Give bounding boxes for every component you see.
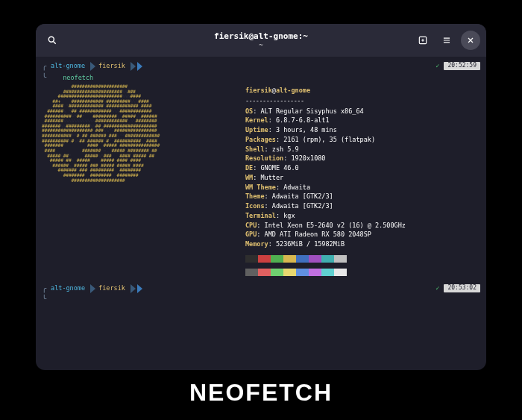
info-key: GPU — [245, 231, 257, 238]
color-palette-row2 — [245, 269, 480, 276]
prompt-bracket: ╰ — [42, 73, 46, 81]
chevron-icon — [137, 284, 142, 293]
info-key: Theme — [245, 192, 265, 200]
prompt-host: alt-gnome — [48, 62, 89, 70]
command-text: neofetch — [63, 74, 93, 81]
color-block — [321, 255, 334, 263]
info-user: fiersik — [245, 87, 272, 94]
search-icon — [47, 35, 57, 46]
info-val: : Mutter — [253, 174, 283, 181]
color-block — [334, 269, 347, 276]
prompt-bracket: ╰ — [42, 295, 46, 303]
check-icon: ✓ — [435, 284, 439, 292]
info-key: CPU — [245, 222, 257, 229]
close-icon — [466, 36, 475, 45]
info-key: Kernel — [245, 116, 268, 124]
caption: NEOFETCH — [189, 379, 333, 407]
prompt-user: fiersik — [96, 62, 130, 70]
info-line: DE: GNOME 46.0 — [245, 163, 480, 173]
info-line: WM: Mutter — [245, 173, 480, 183]
prompt-line-2: ╭ alt-gnome fiersik ✓ 20:53:02 — [42, 283, 480, 294]
plus-icon — [418, 35, 428, 46]
title-main: fiersik@alt-gnome:~ — [214, 31, 308, 41]
info-key: Terminal — [245, 212, 276, 219]
chevron-icon — [137, 62, 142, 71]
timestamp: 20:52:59 — [444, 62, 480, 70]
menu-button[interactable] — [437, 31, 456, 50]
system-info: fiersik@alt-gnome ----------------- OS: … — [245, 84, 480, 276]
info-val: : zsh 5.9 — [265, 145, 299, 153]
info-val: : 2161 (rpm), 35 (flatpak) — [276, 136, 375, 143]
chevron-icon — [130, 62, 136, 71]
info-key: OS — [245, 107, 253, 115]
title-sub: ~ — [214, 41, 308, 49]
chevron-icon — [130, 284, 136, 293]
info-line: Uptime: 3 hours, 48 mins — [245, 125, 480, 135]
info-line: GPU: AMD ATI Radeon RX 580 2048SP — [245, 230, 480, 239]
info-key: Shell — [245, 145, 265, 153]
prompt-host: alt-gnome — [48, 284, 89, 292]
color-block — [309, 269, 321, 276]
chevron-icon — [90, 284, 95, 293]
command-line: ╰ neofetch — [42, 72, 480, 83]
info-line: Resolution: 1920x1080 — [245, 154, 480, 163]
color-block — [245, 269, 258, 276]
info-line: Memory: 5236MiB / 15982MiB — [245, 239, 480, 249]
info-val: : 6.8.7-6.8-alt1 — [268, 116, 330, 124]
color-block — [271, 269, 283, 276]
color-block — [271, 255, 283, 263]
timestamp: 20:53:02 — [444, 284, 480, 292]
color-block — [296, 269, 309, 276]
info-val: : Adwaita — [276, 184, 310, 191]
ascii-logo: ##################### ##################… — [42, 84, 239, 276]
color-block — [283, 255, 296, 263]
info-val: : ALT Regular Sisyphus x86_64 — [253, 107, 363, 115]
info-header: fiersik@alt-gnome — [245, 86, 480, 95]
info-val: : 1920x1080 — [283, 154, 325, 162]
info-key: Uptime — [245, 126, 268, 134]
prompt-bracket: ╭ — [42, 283, 46, 294]
command-line: ╰ — [42, 294, 480, 304]
search-button[interactable] — [42, 30, 63, 51]
color-block — [283, 269, 296, 276]
chevron-icon — [90, 62, 95, 71]
titlebar: fiersik@alt-gnome:~ ~ — [36, 24, 486, 57]
info-line: Theme: Adwaita [GTK2/3] — [245, 192, 480, 201]
info-key: Resolution — [245, 154, 283, 162]
info-line: CPU: Intel Xeon E5-2640 v2 (16) @ 2.500G… — [245, 221, 480, 231]
info-line: Kernel: 6.8.7-6.8-alt1 — [245, 116, 480, 125]
color-block — [321, 269, 334, 276]
neofetch-output: ##################### ##################… — [42, 84, 480, 276]
info-line: WM Theme: Adwaita — [245, 183, 480, 192]
info-line: Shell: zsh 5.9 — [245, 145, 480, 154]
color-block — [334, 255, 347, 263]
info-val: : GNOME 46.0 — [253, 164, 298, 172]
color-block — [296, 255, 309, 263]
check-icon: ✓ — [435, 62, 439, 70]
color-palette-row1 — [245, 255, 480, 263]
svg-line-1 — [53, 41, 55, 43]
info-val: : AMD ATI Radeon RX 580 2048SP — [257, 231, 371, 238]
info-key: Memory — [245, 240, 268, 248]
info-separator: ----------------- — [245, 96, 480, 106]
color-block — [245, 255, 258, 263]
terminal-body[interactable]: ╭ alt-gnome fiersik ✓ 20:52:59 ╰ neofetc… — [36, 57, 486, 370]
color-block — [258, 269, 271, 276]
info-val: : Adwaita [GTK2/3] — [265, 202, 333, 210]
new-tab-button[interactable] — [413, 31, 433, 50]
info-val: : 5236MiB / 15982MiB — [268, 240, 345, 248]
info-key: WM Theme — [245, 184, 276, 191]
terminal-window: fiersik@alt-gnome:~ ~ ╭ alt-gnome fiersi… — [36, 24, 486, 370]
close-button[interactable] — [461, 31, 480, 50]
info-val: : Intel Xeon E5-2640 v2 (16) @ 2.500GHz — [257, 222, 406, 229]
info-line: Icons: Adwaita [GTK2/3] — [245, 201, 480, 211]
window-title: fiersik@alt-gnome:~ ~ — [214, 31, 308, 49]
hamburger-icon — [441, 35, 452, 46]
info-key: WM — [245, 174, 253, 181]
prompt-user: fiersik — [96, 284, 130, 292]
info-line: OS: ALT Regular Sisyphus x86_64 — [245, 107, 480, 116]
info-val: : 3 hours, 48 mins — [268, 126, 337, 134]
info-line: Packages: 2161 (rpm), 35 (flatpak) — [245, 135, 480, 145]
prompt-bracket: ╭ — [42, 61, 46, 72]
prompt-line-1: ╭ alt-gnome fiersik ✓ 20:52:59 — [42, 61, 480, 72]
